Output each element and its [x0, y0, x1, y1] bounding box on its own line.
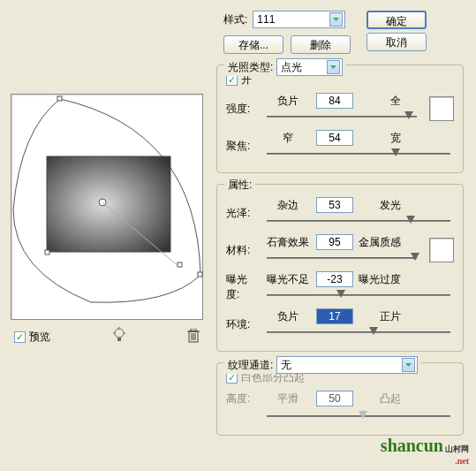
properties-fieldset: 属性: 光泽: 杂边 发光 材料: 石膏效果 金属质感: [216, 184, 464, 352]
svg-rect-8: [117, 338, 121, 341]
height-label: 高度:: [226, 391, 260, 406]
prop-2-left: 曝光不足: [263, 272, 313, 287]
lightbulb-icon[interactable]: [112, 327, 126, 347]
chevron-down-icon[interactable]: [327, 60, 340, 74]
svg-rect-17: [191, 329, 196, 331]
prop-0-right: 发光: [357, 198, 401, 213]
prop-2-value[interactable]: [316, 271, 353, 287]
svg-rect-3: [45, 250, 49, 254]
prop-1-value[interactable]: [316, 234, 353, 250]
prop-0-label: 光泽:: [226, 206, 260, 221]
light-1-slider[interactable]: [267, 146, 450, 162]
light-0-value[interactable]: [316, 93, 353, 109]
light-1-value[interactable]: [316, 130, 353, 146]
light-0-color-swatch[interactable]: [429, 96, 454, 121]
cancel-button[interactable]: 取消: [366, 33, 427, 51]
svg-rect-5: [57, 96, 62, 101]
prop-0-value[interactable]: [316, 197, 353, 213]
prop-1-color-swatch[interactable]: [429, 238, 454, 262]
prop-1-right: 金属质感: [357, 235, 401, 250]
prop-2-right: 曝光过度: [357, 272, 401, 287]
texture-channel-combo[interactable]: 无: [276, 356, 418, 374]
light-1-label: 聚焦:: [226, 139, 260, 154]
light-0-slider[interactable]: [267, 109, 417, 125]
svg-rect-4: [178, 262, 182, 267]
checkmark-icon: ✓: [14, 331, 26, 343]
prop-3-left: 负片: [263, 309, 313, 324]
texture-fieldset: 纹理通道: 无 ✓ 白色部分凸起 高度: 平滑 凸起: [216, 362, 464, 436]
light-0-label: 强度:: [226, 102, 260, 117]
properties-legend: 属性:: [228, 178, 252, 193]
svg-point-7: [115, 329, 124, 338]
prop-0-slider[interactable]: [267, 213, 450, 229]
svg-rect-6: [198, 272, 202, 277]
trash-icon[interactable]: [187, 329, 200, 346]
height-right: 凸起: [357, 391, 401, 406]
texture-channel-value: 无: [281, 358, 400, 373]
prop-3-value[interactable]: [316, 308, 353, 324]
ok-button[interactable]: 确定: [366, 11, 427, 29]
svg-rect-0: [47, 156, 170, 252]
prop-2-label: 曝光度:: [226, 272, 260, 302]
prop-1-slider[interactable]: [267, 250, 417, 266]
height-slider: [267, 408, 450, 424]
light-0-left: 负片: [263, 94, 313, 109]
style-label: 样式:: [223, 12, 247, 27]
light-0-right: 全: [357, 94, 401, 109]
light-type-combo[interactable]: 点光: [276, 58, 343, 76]
save-button[interactable]: 存储...: [223, 35, 283, 54]
style-combo[interactable]: [253, 11, 345, 28]
preview-checkbox[interactable]: ✓ 预览: [14, 330, 50, 345]
light-type-value: 点光: [281, 60, 325, 75]
prop-3-slider[interactable]: [267, 324, 450, 340]
delete-button[interactable]: 删除: [291, 35, 351, 54]
watermark-logo: shancun山村网 .net: [381, 436, 469, 466]
height-value: [316, 391, 353, 406]
prop-2-slider[interactable]: [267, 287, 450, 303]
light-1-right: 宽: [357, 131, 401, 146]
prop-1-left: 石膏效果: [263, 235, 313, 250]
prop-1-label: 材料:: [226, 243, 260, 258]
texture-channel-label: 纹理通道:: [228, 358, 273, 373]
style-input[interactable]: [257, 13, 328, 26]
prop-3-right: 正片: [357, 309, 401, 324]
chevron-down-icon[interactable]: [329, 12, 343, 27]
light-1-left: 窄: [263, 131, 313, 146]
chevron-down-icon[interactable]: [402, 358, 415, 372]
preview-label: 预览: [29, 330, 50, 345]
prop-0-left: 杂边: [263, 198, 313, 213]
preview-canvas[interactable]: [11, 94, 203, 320]
light-type-label: 光照类型:: [228, 60, 273, 75]
prop-3-label: 环境:: [226, 317, 260, 332]
height-left: 平滑: [263, 391, 313, 406]
light-fieldset: 光照类型: 点光 ✓ 开 强度: 负片 全: [216, 65, 464, 173]
